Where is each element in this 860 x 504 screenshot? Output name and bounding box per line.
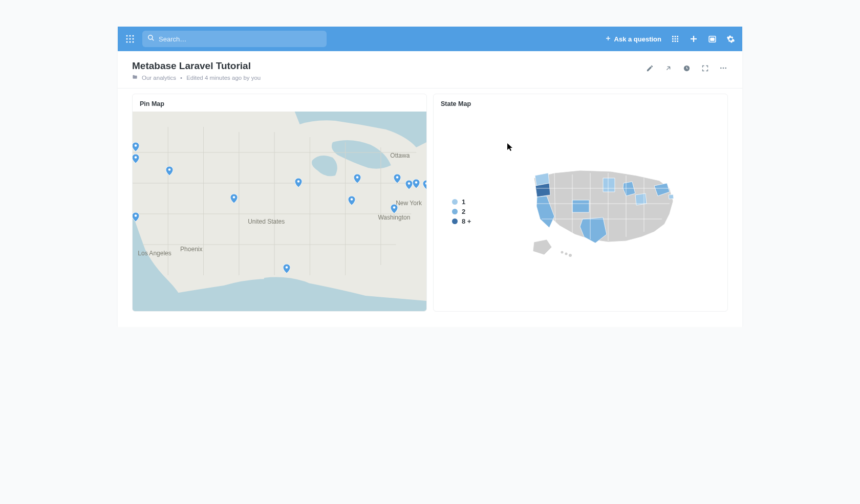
card-title: Pin Map [133, 94, 426, 112]
add-icon[interactable] [689, 34, 698, 43]
svg-rect-14 [675, 36, 676, 37]
legend-label: 1 [462, 198, 465, 206]
svg-point-29 [725, 68, 726, 69]
legend: 128 + [452, 198, 471, 225]
folder-icon [132, 74, 138, 81]
svg-rect-21 [677, 40, 678, 42]
map-pin-icon[interactable] [391, 204, 398, 213]
svg-point-47 [297, 180, 300, 183]
svg-rect-18 [677, 38, 678, 40]
svg-point-3 [126, 38, 127, 39]
svg-point-66 [565, 253, 567, 255]
topbar: Ask a question [118, 27, 742, 51]
map-pin-icon[interactable] [133, 212, 139, 222]
svg-point-67 [569, 254, 572, 257]
legend-swatch [452, 199, 458, 205]
clock-icon[interactable] [682, 63, 691, 73]
map-pin-icon[interactable] [230, 194, 238, 203]
legend-swatch [452, 218, 458, 224]
ask-question-button[interactable]: Ask a question [605, 35, 661, 43]
app-logo[interactable] [125, 34, 135, 44]
svg-point-5 [132, 38, 134, 39]
map-pin-icon[interactable] [295, 178, 302, 187]
svg-point-55 [286, 266, 288, 269]
svg-rect-17 [675, 38, 676, 40]
search-bar[interactable] [142, 31, 327, 47]
search-input[interactable] [159, 35, 321, 43]
svg-point-4 [129, 38, 131, 39]
topbar-actions: Ask a question [605, 34, 735, 43]
pin-map-card: Pin Map [132, 94, 427, 312]
svg-point-1 [129, 35, 131, 36]
svg-point-8 [132, 41, 134, 42]
map-pin-icon[interactable] [405, 180, 413, 189]
svg-point-50 [407, 182, 410, 185]
svg-point-54 [393, 206, 396, 209]
map-pin-icon[interactable] [423, 180, 426, 189]
svg-point-6 [126, 41, 127, 42]
archive-icon[interactable] [707, 34, 717, 43]
svg-rect-20 [675, 40, 676, 42]
svg-point-53 [350, 198, 353, 201]
share-icon[interactable] [663, 63, 673, 73]
collection-link[interactable]: Our analytics [142, 75, 176, 81]
grid-icon[interactable] [671, 34, 680, 43]
svg-point-46 [233, 196, 235, 199]
legend-label: 2 [462, 208, 465, 215]
svg-point-7 [129, 41, 131, 42]
plus-icon [605, 35, 611, 43]
svg-point-28 [723, 68, 724, 69]
map-pin-icon[interactable] [348, 196, 355, 205]
dashboard-grid: Pin Map [118, 89, 742, 327]
legend-swatch [452, 209, 458, 214]
map-pin-icon[interactable] [394, 174, 401, 183]
state-map[interactable]: 128 + [434, 112, 727, 311]
svg-rect-15 [677, 36, 678, 37]
page-actions [645, 60, 728, 73]
ask-question-label: Ask a question [614, 35, 661, 43]
svg-line-10 [152, 39, 154, 40]
breadcrumb: Our analytics • Edited 4 minutes ago by … [132, 74, 261, 81]
search-icon [147, 34, 155, 43]
legend-item: 2 [452, 208, 471, 215]
map-pin-icon[interactable] [413, 179, 420, 188]
svg-point-49 [396, 177, 398, 179]
page-header: Metabase Laravel Tutorial Our analytics … [118, 51, 742, 89]
legend-item: 8 + [452, 217, 471, 225]
gear-icon[interactable] [726, 34, 735, 43]
map-pin-icon[interactable] [133, 142, 139, 151]
legend-label: 8 + [462, 217, 471, 225]
pin-map[interactable]: OttawaNew YorkWashingtonUnited StatesPho… [133, 112, 426, 311]
card-title: State Map [434, 94, 727, 112]
pencil-icon[interactable] [645, 63, 654, 73]
svg-point-9 [148, 35, 153, 39]
edited-text: Edited 4 minutes ago by you [186, 75, 261, 81]
svg-point-45 [134, 214, 137, 217]
us-choropleth [491, 160, 709, 262]
cursor-icon [507, 143, 513, 151]
legend-item: 1 [452, 198, 471, 206]
svg-point-65 [561, 251, 563, 254]
svg-rect-25 [710, 38, 714, 40]
app-window: Ask a question Metabase Laravel T [118, 27, 742, 327]
svg-point-51 [415, 181, 418, 184]
svg-rect-16 [672, 38, 674, 40]
map-pin-icon[interactable] [133, 154, 139, 163]
svg-point-44 [168, 168, 170, 171]
svg-point-2 [132, 35, 134, 36]
map-pin-icon[interactable] [283, 264, 290, 273]
svg-point-27 [720, 68, 722, 69]
fullscreen-icon[interactable] [700, 63, 709, 73]
svg-point-42 [134, 144, 137, 147]
map-pin-icon[interactable] [166, 166, 173, 176]
svg-rect-13 [672, 36, 674, 37]
map-pin-icon[interactable] [354, 174, 361, 183]
svg-point-0 [126, 35, 127, 36]
state-map-card: State Map 128 + [433, 94, 728, 312]
svg-point-48 [356, 177, 359, 179]
more-icon[interactable] [719, 63, 728, 73]
svg-point-43 [134, 157, 137, 159]
page-title: Metabase Laravel Tutorial [132, 60, 261, 72]
svg-rect-19 [672, 40, 674, 42]
